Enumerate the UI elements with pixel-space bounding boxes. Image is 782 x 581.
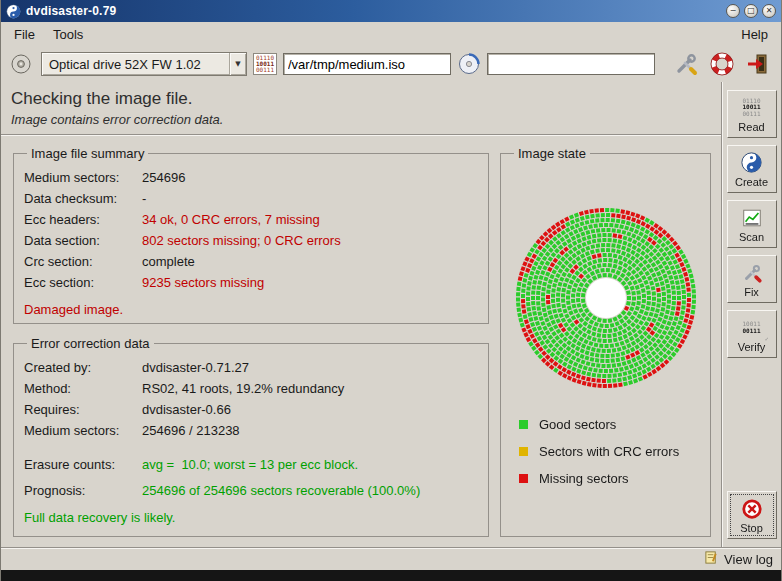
menu-tools[interactable]: Tools — [44, 24, 92, 45]
window-controls: − □ ✕ — [726, 4, 776, 18]
summary-label: Ecc section: — [24, 272, 142, 293]
main-panel: Checking the image file. Image contains … — [1, 82, 721, 547]
scan-button[interactable]: Scan — [727, 200, 777, 248]
ecc-label: Medium sectors: — [24, 420, 142, 441]
crc-errors-swatch — [519, 447, 528, 456]
summary-value: - — [142, 188, 146, 209]
summary-label: Ecc headers: — [24, 209, 142, 230]
close-button[interactable]: ✕ — [762, 4, 776, 18]
binary-line: 00111 — [742, 111, 760, 118]
error-correction-data-frame: Error correction data Created by: dvdisa… — [13, 336, 489, 537]
summary-label: Data checksum: — [24, 188, 142, 209]
toolbar: Optical drive 52X FW 1.02 ▼ 01110 10011 … — [1, 46, 781, 82]
summary-label: Crc section: — [24, 251, 142, 272]
toolbar-right-group — [673, 51, 773, 77]
view-log-icon — [704, 550, 719, 568]
drive-selector[interactable]: Optical drive 52X FW 1.02 ▼ — [41, 52, 247, 76]
read-button[interactable]: 01110 10011 00111 Read — [727, 90, 777, 138]
quit-exit-icon[interactable] — [745, 51, 771, 77]
ecc-label: Method: — [24, 378, 142, 399]
content-area: Checking the image file. Image contains … — [1, 82, 781, 547]
view-log-button[interactable]: View log — [704, 550, 773, 568]
menu-file[interactable]: File — [5, 24, 44, 45]
preferences-tools-icon[interactable] — [673, 51, 699, 77]
image-state-frame: Image state Good sectors Sectors with CR… — [500, 146, 711, 537]
scan-chart-icon — [741, 206, 763, 230]
image-file-summary-frame: Image file summary Medium sectors: 25469… — [13, 146, 489, 324]
read-label: Read — [738, 121, 764, 133]
help-lifebuoy-icon[interactable] — [709, 51, 735, 77]
titlebar[interactable]: dvdisaster-0.79 − □ ✕ — [1, 0, 781, 22]
ecc-value: avg = 10.0; worst = 13 per ecc block. — [142, 454, 358, 475]
status-header: Checking the image file. Image contains … — [1, 82, 721, 135]
ecc-verdict: Full data recovery is likely. — [24, 509, 478, 527]
menubar: File Tools Help — [1, 22, 781, 46]
verify-label: Verify — [738, 341, 766, 353]
desktop-strip — [1, 570, 781, 581]
fix-button[interactable]: Fix — [727, 255, 777, 303]
binary-line: 00111 — [742, 328, 760, 335]
ecc-value: 254696 / 213238 — [142, 420, 240, 441]
summary-value: 9235 sectors missing — [142, 272, 264, 293]
statusbar: View log — [1, 547, 781, 570]
ecc-value: dvdisaster-0.71.27 — [142, 357, 249, 378]
missing-sectors-swatch — [519, 474, 528, 483]
minimize-button[interactable]: − — [726, 4, 740, 18]
create-button[interactable]: Create — [727, 145, 777, 193]
create-yinyang-icon — [741, 151, 762, 175]
ecc-value: dvdisaster-0.66 — [142, 399, 231, 420]
disc-legend: Good sectors Sectors with CRC errors Mis… — [519, 411, 700, 492]
disc-visualization — [513, 205, 699, 391]
summary-label: Data section: — [24, 230, 142, 251]
fix-tools-icon — [741, 261, 763, 285]
binary-line: 00111 — [256, 67, 274, 73]
summary-row: Ecc headers: 34 ok, 0 CRC errors, 7 miss… — [24, 209, 478, 230]
ecc-label: Created by: — [24, 357, 142, 378]
legend-item-missing: Missing sectors — [519, 465, 700, 492]
right-column: Image state Good sectors Sectors with CR… — [500, 146, 711, 537]
summary-row: Medium sectors: 254696 — [24, 167, 478, 188]
panels: Image file summary Medium sectors: 25469… — [1, 135, 721, 547]
menu-help[interactable]: Help — [732, 24, 777, 45]
image-file-input[interactable] — [283, 53, 451, 75]
action-sidebar: 01110 10011 00111 Read Create — [721, 82, 781, 547]
maximize-button[interactable]: □ — [744, 4, 758, 18]
image-file-icon: 01110 10011 00111 — [253, 53, 277, 75]
drive-icon[interactable] — [9, 52, 33, 76]
read-binary-icon: 01110 10011 00111 — [742, 96, 760, 120]
ecc-row: Created by: dvdisaster-0.71.27 — [24, 357, 478, 378]
dvdisaster-window: dvdisaster-0.79 − □ ✕ File Tools Help Op… — [0, 0, 782, 581]
ecc-label: Prognosis: — [24, 480, 142, 501]
ecc-row: Prognosis: 254696 of 254696 sectors reco… — [24, 480, 478, 501]
summary-label: Medium sectors: — [24, 167, 142, 188]
legend-label: Sectors with CRC errors — [539, 444, 679, 459]
good-sectors-swatch — [519, 420, 528, 429]
verify-button[interactable]: 10011 00111 ✓ Verify — [727, 310, 777, 358]
check-icon: ✓ — [765, 336, 769, 343]
drive-selector-value: Optical drive 52X FW 1.02 — [42, 53, 229, 75]
legend-item-good: Good sectors — [519, 411, 700, 438]
fix-label: Fix — [744, 286, 759, 298]
legend-label: Good sectors — [539, 417, 616, 432]
summary-value: complete — [142, 251, 195, 272]
ecc-label: Requires: — [24, 399, 142, 420]
left-column: Image file summary Medium sectors: 25469… — [13, 146, 489, 537]
legend-label: Missing sectors — [539, 471, 629, 486]
summary-row: Data checksum: - — [24, 188, 478, 209]
chevron-down-icon[interactable]: ▼ — [229, 53, 246, 75]
stop-button[interactable]: Stop — [727, 491, 777, 539]
summary-row: Data section: 802 sectors missing; 0 CRC… — [24, 230, 478, 251]
summary-verdict: Damaged image. — [24, 301, 478, 319]
summary-row: Crc section: complete — [24, 251, 478, 272]
status-title: Checking the image file. — [11, 89, 711, 109]
ecc-file-input[interactable] — [487, 53, 655, 75]
verify-binary-check-icon: 10011 00111 ✓ — [742, 316, 760, 340]
error-correction-data-legend: Error correction data — [27, 336, 154, 351]
ecc-label: Erasure counts: — [24, 454, 142, 475]
ecc-file-icon — [457, 52, 481, 76]
stop-icon — [741, 497, 763, 521]
ecc-row: Erasure counts: avg = 10.0; worst = 13 p… — [24, 454, 478, 475]
ecc-row: Requires: dvdisaster-0.66 — [24, 399, 478, 420]
ecc-value: 254696 of 254696 sectors recoverable (10… — [142, 480, 420, 501]
scan-label: Scan — [739, 231, 764, 243]
